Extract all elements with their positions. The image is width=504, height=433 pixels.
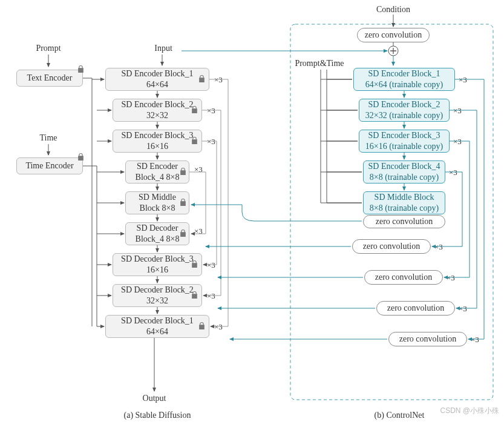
- mult-x3: ×3: [453, 137, 462, 147]
- lock-icon: [77, 153, 84, 161]
- sd-decoder-2: SD Decoder Block_232×32: [113, 284, 202, 307]
- time-bus: [83, 166, 97, 326]
- mult-x3: ×3: [434, 242, 443, 252]
- zero-conv-dec1: zero convolution: [388, 332, 467, 346]
- input-label: Input: [145, 44, 182, 53]
- watermark-text: CSDN @小殊小殊: [440, 406, 499, 416]
- cn-skip-3: [444, 141, 470, 277]
- time-label: Time: [33, 133, 64, 143]
- zero-conv-dec4: zero convolution: [352, 239, 431, 254]
- lock-icon: [77, 65, 84, 73]
- mult-x3: ×3: [447, 273, 455, 283]
- cn-middle: SD Middle Block8×8 (trainable copy): [363, 191, 445, 214]
- mult-x3: ×3: [194, 226, 203, 236]
- lock-icon: [191, 260, 198, 268]
- cn-to-sd-mid: [191, 205, 362, 221]
- skip-3: [202, 141, 217, 265]
- sd-decoder-1: SD Decoder Block_164×64: [105, 315, 209, 338]
- prompt-label: Prompt: [30, 44, 67, 53]
- caption-a: (a) Stable Diffusion: [103, 411, 212, 420]
- condition-label: Condition: [369, 5, 417, 15]
- zero-conv-dec2: zero convolution: [376, 301, 455, 316]
- lock-icon: [180, 230, 186, 237]
- mult-x3: ×3: [207, 106, 215, 116]
- cn-encoder-4: SD Encoder Block_48×8 (trainable copy): [363, 160, 445, 183]
- zero-conv-dec3: zero convolution: [364, 270, 443, 285]
- mult-x3: ×3: [207, 137, 215, 147]
- sd-encoder-1: SD Encoder Block_164×64: [105, 68, 209, 91]
- sd-encoder-3: SD Encoder Block_316×16: [113, 130, 202, 153]
- mult-x3: ×3: [459, 304, 467, 314]
- cn-encoder-2: SD Encoder Block_232×32 (trainable copy): [359, 99, 450, 122]
- skip-4: [189, 172, 206, 234]
- cn-encoder-3: SD Encoder Block_316×16 (trainable copy): [359, 130, 450, 153]
- mult-x3: ×3: [214, 322, 223, 332]
- lock-icon: [180, 199, 186, 207]
- plus-node: [388, 46, 398, 56]
- lock-icon: [198, 322, 205, 330]
- mult-x3: ×3: [207, 291, 215, 301]
- text-encoder-label: Text Encoder: [27, 73, 73, 84]
- plus-icon: [390, 48, 396, 54]
- lock-icon: [191, 106, 198, 114]
- mult-x3: ×3: [194, 165, 203, 174]
- cn-encoder-1: SD Encoder Block_164×64 (trainable copy): [353, 68, 455, 91]
- skip-1: [209, 79, 228, 326]
- mult-x3: ×3: [449, 168, 457, 177]
- time-encoder-block: Time Encoder: [16, 157, 83, 174]
- mult-x3: ×3: [459, 75, 467, 85]
- time-encoder-label: Time Encoder: [25, 160, 73, 171]
- lock-icon: [180, 168, 186, 176]
- caption-b: (b) ControlNet: [357, 411, 442, 420]
- zero-conv-mid: zero convolution: [363, 215, 445, 228]
- cn-skip-1: [455, 79, 484, 339]
- zero-conv-top: zero convolution: [357, 28, 430, 42]
- mult-x3: ×3: [214, 75, 223, 85]
- sd-decoder-3: SD Decoder Block_316×16: [113, 253, 202, 276]
- prompt-time-label: Prompt&Time: [289, 59, 350, 68]
- output-label: Output: [136, 394, 172, 403]
- sd-encoder-2: SD Encoder Block_232×32: [113, 99, 202, 122]
- text-encoder-block: Text Encoder: [16, 70, 83, 87]
- lock-icon: [198, 75, 205, 83]
- lock-icon: [191, 291, 198, 299]
- mult-x3: ×3: [207, 260, 215, 270]
- lock-icon: [191, 137, 198, 145]
- mult-x3: ×3: [453, 106, 462, 116]
- mult-x3: ×3: [471, 335, 479, 345]
- text-bus: [83, 78, 92, 326]
